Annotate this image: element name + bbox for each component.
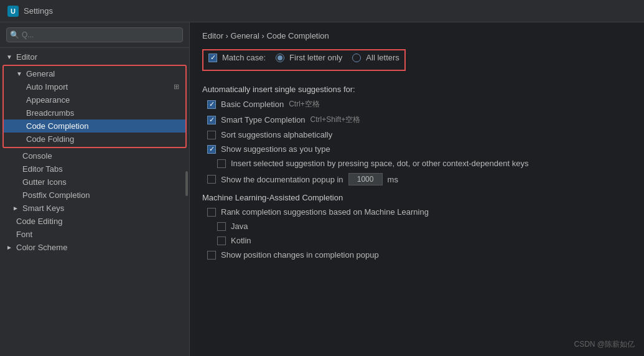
kotlin-checkbox[interactable] [217,237,226,245]
sidebar-item-label: Editor [16,52,37,62]
main-layout: 🔍 ▼ Editor ▼ General Auto Import [0,22,644,356]
sidebar-item-label: Font [16,230,32,239]
sidebar-item-postfix-completion[interactable]: Postfix Completion [0,189,189,202]
all-letters-radio[interactable] [352,54,361,62]
sidebar-item-editor[interactable]: ▼ Editor [0,50,189,63]
sidebar-item-smart-keys[interactable]: ► Smart Keys [0,202,189,215]
sidebar-item-general[interactable]: ▼ General [4,67,185,80]
show-documentation-popup-checkbox[interactable] [207,175,216,184]
basic-completion-row: Basic Completion Ctrl+空格 [202,99,632,110]
sidebar-item-label: Gutter Icons [22,177,67,187]
insert-selected-suggestion-label: Insert selected suggestion by pressing s… [231,159,528,168]
first-letter-label: First letter only [289,53,342,62]
breadcrumb-part-2: General [231,31,259,40]
expand-arrow-editor: ▼ [6,54,16,60]
app-icon: U [7,6,19,17]
expand-arrow-color-scheme: ► [6,244,16,251]
sidebar-item-color-scheme[interactable]: ► Color Scheme [0,241,189,254]
sidebar-item-label: Breadcrumbs [26,108,74,118]
first-letter-radio[interactable] [276,54,284,62]
breadcrumb-current: Code Completion [266,31,329,40]
sidebar-item-label: Color Scheme [16,243,67,252]
smart-type-completion-label: Smart Type Completion [221,115,306,124]
expand-arrow-smart-keys: ► [12,205,22,212]
rank-completion-row: Rank completion suggestions based on Mac… [202,207,632,217]
sidebar-item-gutter-icons[interactable]: Gutter Icons [0,176,189,189]
sort-alphabetically-checkbox[interactable] [207,131,216,139]
match-case-box: Match case: First letter only All letter… [202,49,406,71]
content-area: Editor › General › Code Completion Match… [190,22,644,356]
sidebar-item-label: General [26,69,55,78]
sort-alphabetically-label: Sort suggestions alphabetically [221,130,332,139]
smart-type-completion-checkbox[interactable] [207,116,216,124]
expand-arrow-general: ▼ [16,70,26,77]
insert-selected-suggestion-row: Insert selected suggestion by pressing s… [202,159,632,168]
breadcrumb-part-1: Editor [202,31,223,40]
java-checkbox[interactable] [217,222,226,231]
search-input[interactable] [6,27,183,42]
sidebar-item-label: Console [22,151,52,161]
show-documentation-popup-label: Show the documentation popup in [221,175,343,184]
sidebar-item-label: Smart Keys [22,204,64,213]
sidebar-item-code-completion[interactable]: Code Completion [4,119,185,133]
show-position-changes-checkbox[interactable] [207,251,216,260]
show-suggestions-checkbox[interactable] [207,145,216,154]
documentation-popup-unit: ms [388,175,398,184]
rank-completion-checkbox[interactable] [207,208,216,217]
ml-section-label: Machine Learning-Assisted Completion [202,193,632,202]
sort-alphabetically-row: Sort suggestions alphabetically [202,130,632,139]
first-letter-option: First letter only [276,53,342,62]
sidebar-item-code-folding[interactable]: Code Folding [4,133,185,146]
sidebar-item-breadcrumbs[interactable]: Breadcrumbs [4,106,185,119]
sidebar-tree: ▼ Editor ▼ General Auto Import ⊞ Appeara… [0,48,189,356]
show-suggestions-label: Show suggestions as you type [221,144,330,154]
match-case-checkbox[interactable] [208,54,217,62]
sidebar: 🔍 ▼ Editor ▼ General Auto Import [0,22,190,356]
title-bar: U Settings [0,0,644,22]
search-wrapper: 🔍 [6,27,183,42]
documentation-popup-value-input[interactable] [348,173,383,185]
all-letters-label: All letters [366,53,399,62]
insert-selected-suggestion-checkbox[interactable] [217,159,226,168]
title-bar-title: Settings [24,6,53,16]
sidebar-item-editor-tabs[interactable]: Editor Tabs [0,162,189,176]
smart-type-completion-row: Smart Type Completion Ctrl+Shift+空格 [202,115,632,125]
kotlin-row: Kotlin [202,236,632,245]
highlighted-sidebar-section: ▼ General Auto Import ⊞ Appearance Bread… [2,65,187,148]
sidebar-item-label: Editor Tabs [22,164,63,174]
sidebar-item-label: Appearance [26,95,70,105]
java-row: Java [202,222,632,231]
breadcrumb: Editor › General › Code Completion [202,31,632,40]
sidebar-item-icon: ⊞ [174,83,179,91]
sidebar-item-label: Auto Import [26,82,68,91]
show-suggestions-row: Show suggestions as you type [202,144,632,154]
sidebar-item-label: Postfix Completion [22,190,90,200]
sidebar-item-console[interactable]: Console [0,149,189,162]
search-icon: 🔍 [10,30,19,39]
svg-text:U: U [11,7,16,15]
basic-completion-label: Basic Completion [221,100,284,109]
sidebar-item-label: Code Editing [16,217,62,226]
smart-type-completion-shortcut: Ctrl+Shift+空格 [310,115,361,125]
kotlin-label: Kotlin [231,236,251,245]
all-letters-option: All letters [352,53,399,62]
breadcrumb-sep-1: › [226,31,231,40]
show-documentation-popup-row: Show the documentation popup in ms [202,173,632,185]
match-case-label: Match case: [222,53,266,62]
basic-completion-checkbox[interactable] [207,100,216,109]
match-case-option: Match case: [208,53,266,62]
watermark: CSDN @陈薪如亿 [574,339,635,350]
sidebar-scrollbar [185,171,188,196]
match-case-section: Match case: First letter only All letter… [202,49,632,77]
basic-completion-shortcut: Ctrl+空格 [289,99,320,110]
sidebar-item-auto-import[interactable]: Auto Import ⊞ [4,80,185,93]
sidebar-item-font[interactable]: Font [0,228,189,241]
show-position-changes-label: Show position changes in completion popu… [221,250,379,260]
sidebar-item-appearance[interactable]: Appearance [4,93,185,106]
java-label: Java [231,222,248,231]
sidebar-search-area: 🔍 [0,22,189,48]
sidebar-item-code-editing[interactable]: Code Editing [0,215,189,228]
auto-insert-section-label: Automatically insert single suggestions … [202,85,632,94]
rank-completion-label: Rank completion suggestions based on Mac… [221,207,429,217]
sidebar-item-label: Code Completion [26,121,88,131]
